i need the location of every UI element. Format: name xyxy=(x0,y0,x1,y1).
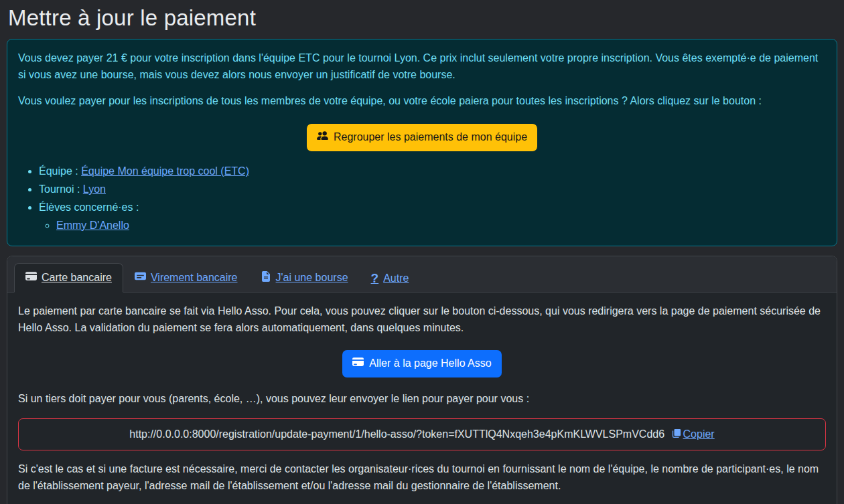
file-document-icon xyxy=(261,271,271,284)
tab-carte-bancaire[interactable]: Carte bancaire xyxy=(14,263,123,292)
helloasso-info-paragraph: Le paiement par carte bancaire se fait v… xyxy=(18,303,826,337)
copy-icon xyxy=(672,426,681,443)
helloasso-button-label: Aller à la page Hello Asso xyxy=(369,357,491,371)
payment-tabs: Carte bancaire Virement bancaire J'ai un… xyxy=(14,263,830,292)
students-label: Élèves concerné·es : xyxy=(39,201,139,213)
payment-info-alert: Vous devez payer 21 € pour votre inscrip… xyxy=(7,39,837,246)
people-icon xyxy=(317,130,328,145)
student-link[interactable]: Emmy D'Anello xyxy=(56,220,129,231)
card-tab-content: Le paiement par carte bancaire se fait v… xyxy=(7,292,837,504)
page-title: Mettre à jour le paiement xyxy=(8,5,837,31)
copy-link-label: Copier xyxy=(683,426,715,443)
registration-details-list: Équipe : Équipe Mon équipe trop cool (ET… xyxy=(18,163,826,234)
list-item-team: Équipe : Équipe Mon équipe trop cool (ET… xyxy=(39,163,826,180)
tab-label: Carte bancaire xyxy=(42,272,112,284)
copy-link[interactable]: Copier xyxy=(672,426,715,443)
students-sublist: Emmy D'Anello xyxy=(39,218,826,234)
team-link[interactable]: Équipe Mon équipe trop cool (ETC) xyxy=(81,165,249,177)
bank-transfer-icon xyxy=(135,270,146,284)
tournament-link[interactable]: Lyon xyxy=(83,183,106,195)
tournament-label: Tournoi : xyxy=(39,183,80,195)
group-payments-button[interactable]: Regrouper les paiements de mon équipe xyxy=(307,124,537,151)
helloasso-button-row: Aller à la page Hello Asso xyxy=(18,350,826,377)
list-item-student: Emmy D'Anello xyxy=(56,218,826,234)
credit-card-icon xyxy=(352,356,364,371)
question-mark-icon: ? xyxy=(371,274,379,283)
tab-jai-une-bourse[interactable]: J'ai une bourse xyxy=(249,264,360,292)
list-item-tournament: Tournoi : Lyon xyxy=(39,181,826,198)
payment-methods-tab-bar: Carte bancaire Virement bancaire J'ai un… xyxy=(7,256,837,292)
group-payments-button-row: Regrouper les paiements de mon équipe xyxy=(18,124,826,151)
payment-share-url: http://0.0.0.0:8000/registration/update-… xyxy=(129,428,664,440)
payment-methods-card: Carte bancaire Virement bancaire J'ai un… xyxy=(7,256,837,504)
list-item-students: Élèves concerné·es : Emmy D'Anello xyxy=(39,199,826,234)
update-payment-page: Mettre à jour le paiement Vous devez pay… xyxy=(0,0,844,504)
third-party-paragraph: Si un tiers doit payer pour vous (parent… xyxy=(18,391,826,408)
group-payments-button-label: Regrouper les paiements de mon équipe xyxy=(334,131,527,145)
tab-label: J'ai une bourse xyxy=(276,272,348,284)
tab-virement-bancaire[interactable]: Virement bancaire xyxy=(123,263,249,292)
tab-label: Virement bancaire xyxy=(151,272,238,284)
team-label: Équipe : xyxy=(39,165,78,177)
helloasso-button[interactable]: Aller à la page Hello Asso xyxy=(342,350,501,377)
invoice-paragraph: Si c'est le cas et si une facture est né… xyxy=(18,461,826,495)
tab-autre[interactable]: ? Autre xyxy=(360,265,421,292)
alert-paragraph-price: Vous devez payer 21 € pour votre inscrip… xyxy=(18,50,826,84)
tab-label: Autre xyxy=(383,272,409,284)
credit-card-icon xyxy=(25,270,37,284)
payment-link-box: http://0.0.0.0:8000/registration/update-… xyxy=(18,418,826,451)
alert-paragraph-group: Vous voulez payer pour les inscriptions … xyxy=(18,93,826,110)
